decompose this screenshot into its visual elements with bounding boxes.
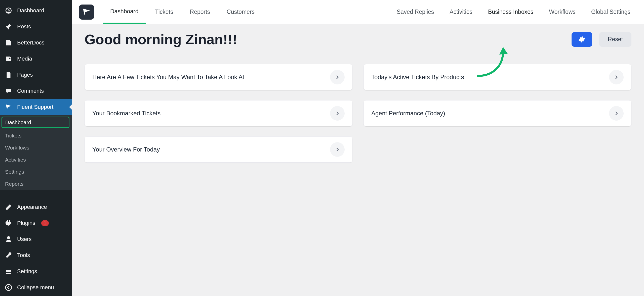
submenu-item-label: Activities	[5, 157, 26, 163]
expand-arrow	[609, 106, 624, 121]
fluent-support-icon	[5, 103, 13, 111]
svg-point-0	[6, 284, 12, 290]
expand-arrow	[330, 70, 345, 84]
media-icon	[5, 55, 13, 63]
tab-label: Tickets	[155, 9, 173, 15]
sidebar-item-label: Media	[17, 56, 32, 62]
chevron-right-icon	[335, 111, 340, 116]
sidebar-item-media[interactable]: Media	[0, 51, 72, 67]
card-bookmarked-tickets[interactable]: Your Bookmarked Tickets	[85, 100, 352, 126]
tab-tickets[interactable]: Tickets	[148, 0, 180, 24]
link-global-settings[interactable]: Global Settings	[585, 9, 637, 15]
chevron-right-icon	[614, 111, 619, 116]
sidebar-item-label: Collapse menu	[17, 284, 54, 291]
tab-label: Reports	[190, 9, 210, 15]
sidebar-item-label: Comments	[17, 88, 44, 94]
tab-dashboard[interactable]: Dashboard	[103, 0, 146, 24]
chevron-right-icon	[614, 74, 619, 80]
chevron-right-icon	[335, 147, 340, 152]
card-title: Agent Performance (Today)	[371, 110, 445, 117]
expand-arrow	[330, 142, 345, 157]
dashboard-icon	[5, 7, 13, 15]
reset-button[interactable]: Reset	[599, 32, 631, 47]
settings-icon	[5, 267, 13, 275]
expand-arrow	[330, 106, 345, 121]
sidebar-item-dashboard[interactable]: Dashboard	[0, 3, 72, 19]
dashboard-settings-button[interactable]	[572, 32, 592, 47]
sidebar-item-label: Tools	[17, 252, 30, 259]
sidebar-item-appearance[interactable]: Appearance	[0, 199, 72, 215]
sidebar-item-betterdocs[interactable]: BetterDocs	[0, 35, 72, 51]
card-active-tickets-by-products[interactable]: Today's Active Tickets By Products	[364, 64, 631, 90]
sidebar-item-plugins[interactable]: Plugins 1	[0, 215, 72, 231]
card-overview-today[interactable]: Your Overview For Today	[85, 136, 352, 163]
dashboard-content: Good morning Zinan!!! Reset Here Are A F…	[72, 24, 644, 170]
gear-icon	[578, 36, 585, 43]
tab-customers[interactable]: Customers	[220, 0, 262, 24]
submenu-item-workflows[interactable]: Workflows	[0, 142, 72, 154]
link-label: Business Inboxes	[488, 9, 533, 15]
sidebar-item-comments[interactable]: Comments	[0, 83, 72, 99]
sidebar-item-fluent-support[interactable]: Fluent Support	[0, 99, 72, 115]
submenu-item-label: Settings	[5, 169, 24, 175]
sidebar-item-posts[interactable]: Posts	[0, 19, 72, 35]
tools-icon	[5, 251, 13, 259]
appearance-icon	[5, 203, 13, 211]
link-business-inboxes[interactable]: Business Inboxes	[481, 9, 540, 15]
sidebar-item-label: Settings	[17, 268, 37, 275]
link-label: Global Settings	[591, 9, 630, 15]
betterdocs-icon	[5, 39, 13, 47]
plugin-icon	[5, 219, 13, 227]
card-title: Today's Active Tickets By Products	[371, 74, 464, 81]
submenu-item-settings[interactable]: Settings	[0, 166, 72, 178]
card-few-tickets[interactable]: Here Are A Few Tickets You May Want To T…	[85, 64, 352, 90]
sidebar-item-label: Pages	[17, 72, 33, 78]
chevron-right-icon	[335, 74, 340, 80]
submenu-item-label: Reports	[5, 181, 24, 187]
plugins-update-badge: 1	[41, 220, 49, 226]
sidebar-item-label: Appearance	[17, 204, 47, 210]
tab-label: Customers	[227, 9, 255, 15]
dashboard-cards-grid: Here Are A Few Tickets You May Want To T…	[85, 64, 631, 163]
fluent-support-submenu: Dashboard Tickets Workflows Activities S…	[0, 115, 72, 190]
sidebar-item-users[interactable]: Users	[0, 231, 72, 247]
collapse-icon	[5, 283, 13, 291]
tab-label: Dashboard	[110, 8, 139, 15]
sidebar-item-collapse[interactable]: Collapse menu	[0, 279, 72, 295]
pushpin-icon	[5, 23, 13, 31]
greeting-title: Good morning Zinan!!!	[85, 31, 237, 47]
sidebar-item-tools[interactable]: Tools	[0, 247, 72, 263]
app-header: Dashboard Tickets Reports Customers Save…	[72, 0, 644, 24]
submenu-item-tickets[interactable]: Tickets	[0, 130, 72, 142]
sidebar-item-pages[interactable]: Pages	[0, 67, 72, 83]
wp-admin-sidebar: Dashboard Posts BetterDocs Media Pages C…	[0, 0, 72, 296]
content-head: Good morning Zinan!!! Reset	[85, 31, 631, 47]
submenu-item-reports[interactable]: Reports	[0, 178, 72, 190]
tab-reports[interactable]: Reports	[183, 0, 217, 24]
app-area: Dashboard Tickets Reports Customers Save…	[72, 0, 644, 296]
users-icon	[5, 235, 13, 243]
comment-icon	[5, 87, 13, 95]
submenu-item-label: Dashboard	[5, 119, 31, 125]
dashboard-actions: Reset	[572, 32, 631, 47]
sidebar-item-label: Fluent Support	[17, 104, 53, 110]
sidebar-item-settings[interactable]: Settings	[0, 263, 72, 279]
submenu-item-activities[interactable]: Activities	[0, 154, 72, 166]
fluent-support-logo[interactable]	[79, 5, 94, 20]
link-activities[interactable]: Activities	[443, 9, 479, 15]
link-saved-replies[interactable]: Saved Replies	[390, 9, 440, 15]
card-agent-performance[interactable]: Agent Performance (Today)	[364, 100, 631, 126]
sidebar-item-label: Plugins	[17, 220, 35, 226]
sidebar-item-label: BetterDocs	[17, 39, 45, 46]
page-icon	[5, 71, 13, 79]
submenu-item-label: Workflows	[5, 145, 29, 151]
link-label: Workflows	[549, 9, 576, 15]
link-workflows[interactable]: Workflows	[542, 9, 582, 15]
link-label: Activities	[450, 9, 472, 15]
sidebar-separator	[0, 190, 72, 199]
link-label: Saved Replies	[397, 9, 434, 15]
logo-icon	[82, 8, 91, 17]
submenu-item-dashboard[interactable]: Dashboard	[2, 117, 69, 128]
sidebar-item-label: Dashboard	[17, 7, 44, 14]
card-title: Your Overview For Today	[92, 146, 160, 153]
